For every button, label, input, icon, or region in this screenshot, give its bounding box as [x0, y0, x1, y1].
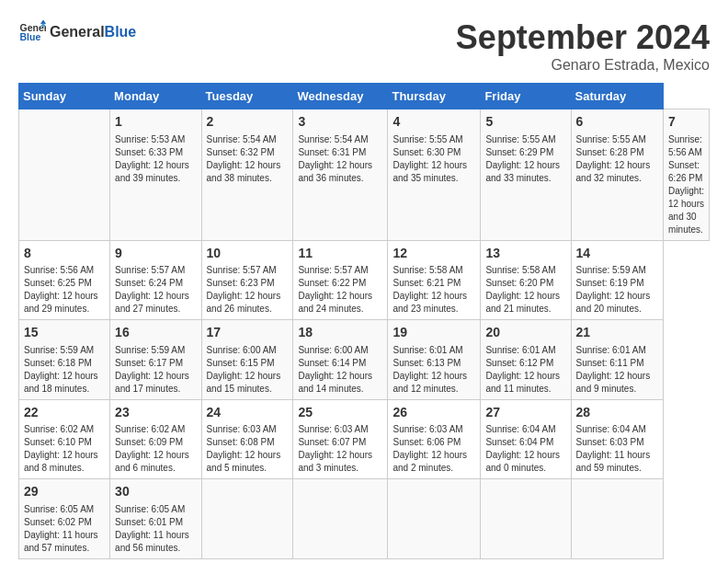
day-number: 29 — [24, 483, 105, 501]
day-cell-20: 20Sunrise: 6:01 AM Sunset: 6:12 PM Dayli… — [481, 320, 571, 400]
day-info: Sunrise: 5:59 AM Sunset: 6:18 PM Dayligh… — [24, 344, 105, 396]
day-number: 4 — [392, 113, 475, 132]
day-info: Sunrise: 5:55 AM Sunset: 6:29 PM Dayligh… — [485, 133, 565, 185]
day-number: 7 — [668, 113, 704, 132]
day-number: 19 — [392, 324, 475, 342]
empty-cell — [388, 479, 481, 559]
day-info: Sunrise: 6:05 AM Sunset: 6:01 PM Dayligh… — [115, 503, 196, 555]
day-number: 17 — [207, 324, 289, 342]
day-number: 24 — [207, 404, 289, 422]
page-header: General Blue GeneralBlue September 2024 … — [18, 18, 710, 74]
title-block: September 2024 Genaro Estrada, Mexico — [456, 18, 710, 74]
empty-cell — [481, 479, 571, 559]
day-cell-2: 2Sunrise: 5:54 AM Sunset: 6:32 PM Daylig… — [201, 109, 293, 241]
day-info: Sunrise: 6:01 AM Sunset: 6:13 PM Dayligh… — [392, 344, 475, 396]
day-info: Sunrise: 6:02 AM Sunset: 6:10 PM Dayligh… — [24, 423, 105, 475]
week-row-1: 8Sunrise: 5:56 AM Sunset: 6:25 PM Daylig… — [19, 240, 710, 320]
day-info: Sunrise: 6:00 AM Sunset: 6:15 PM Dayligh… — [207, 344, 289, 396]
logo-icon: General Blue — [18, 18, 46, 46]
day-number: 26 — [392, 404, 475, 422]
day-cell-30: 30Sunrise: 6:05 AM Sunset: 6:01 PM Dayli… — [110, 479, 201, 559]
day-cell-7: 7Sunrise: 5:56 AM Sunset: 6:26 PM Daylig… — [664, 109, 710, 241]
day-number: 13 — [485, 245, 565, 263]
day-cell-25: 25Sunrise: 6:03 AM Sunset: 6:07 PM Dayli… — [293, 399, 388, 479]
day-info: Sunrise: 6:01 AM Sunset: 6:12 PM Dayligh… — [485, 344, 565, 396]
day-number: 25 — [298, 404, 382, 422]
day-cell-22: 22Sunrise: 6:02 AM Sunset: 6:10 PM Dayli… — [19, 399, 110, 479]
day-cell-18: 18Sunrise: 6:00 AM Sunset: 6:14 PM Dayli… — [293, 320, 388, 400]
day-cell-28: 28Sunrise: 6:04 AM Sunset: 6:03 PM Dayli… — [571, 399, 663, 479]
day-info: Sunrise: 6:00 AM Sunset: 6:14 PM Dayligh… — [298, 344, 382, 396]
day-header-tuesday: Tuesday — [201, 84, 293, 109]
day-info: Sunrise: 6:05 AM Sunset: 6:02 PM Dayligh… — [24, 503, 105, 555]
day-cell-14: 14Sunrise: 5:59 AM Sunset: 6:19 PM Dayli… — [571, 240, 663, 320]
day-header-sunday: Sunday — [19, 84, 110, 109]
day-header-thursday: Thursday — [388, 84, 481, 109]
day-info: Sunrise: 5:53 AM Sunset: 6:33 PM Dayligh… — [115, 133, 196, 185]
day-cell-10: 10Sunrise: 5:57 AM Sunset: 6:23 PM Dayli… — [201, 240, 293, 320]
day-number: 8 — [24, 245, 105, 263]
logo-text: GeneralBlue — [50, 24, 136, 40]
day-number: 28 — [576, 404, 658, 422]
day-info: Sunrise: 6:04 AM Sunset: 6:03 PM Dayligh… — [576, 423, 658, 475]
empty-cell — [201, 479, 293, 559]
day-cell-12: 12Sunrise: 5:58 AM Sunset: 6:21 PM Dayli… — [388, 240, 481, 320]
day-number: 22 — [24, 404, 105, 422]
day-cell-21: 21Sunrise: 6:01 AM Sunset: 6:11 PM Dayli… — [571, 320, 663, 400]
day-number: 21 — [576, 324, 658, 342]
day-info: Sunrise: 5:57 AM Sunset: 6:23 PM Dayligh… — [207, 264, 289, 316]
empty-cell — [19, 109, 110, 241]
day-header-friday: Friday — [481, 84, 571, 109]
day-cell-6: 6Sunrise: 5:55 AM Sunset: 6:28 PM Daylig… — [571, 109, 663, 241]
day-cell-23: 23Sunrise: 6:02 AM Sunset: 6:09 PM Dayli… — [110, 399, 201, 479]
day-cell-11: 11Sunrise: 5:57 AM Sunset: 6:22 PM Dayli… — [293, 240, 388, 320]
week-row-3: 22Sunrise: 6:02 AM Sunset: 6:10 PM Dayli… — [19, 399, 710, 479]
day-number: 1 — [115, 113, 196, 132]
day-number: 3 — [298, 113, 382, 132]
day-cell-27: 27Sunrise: 6:04 AM Sunset: 6:04 PM Dayli… — [481, 399, 571, 479]
day-info: Sunrise: 6:01 AM Sunset: 6:11 PM Dayligh… — [576, 344, 658, 396]
day-cell-5: 5Sunrise: 5:55 AM Sunset: 6:29 PM Daylig… — [481, 109, 571, 241]
day-number: 9 — [115, 245, 196, 263]
day-cell-4: 4Sunrise: 5:55 AM Sunset: 6:30 PM Daylig… — [388, 109, 481, 241]
day-number: 14 — [576, 245, 658, 263]
day-info: Sunrise: 6:04 AM Sunset: 6:04 PM Dayligh… — [485, 423, 565, 475]
day-info: Sunrise: 5:59 AM Sunset: 6:17 PM Dayligh… — [115, 344, 196, 396]
day-cell-3: 3Sunrise: 5:54 AM Sunset: 6:31 PM Daylig… — [293, 109, 388, 241]
day-info: Sunrise: 5:57 AM Sunset: 6:22 PM Dayligh… — [298, 264, 382, 316]
day-info: Sunrise: 5:58 AM Sunset: 6:21 PM Dayligh… — [392, 264, 475, 316]
empty-cell — [571, 479, 663, 559]
day-number: 5 — [485, 113, 565, 132]
week-row-2: 15Sunrise: 5:59 AM Sunset: 6:18 PM Dayli… — [19, 320, 710, 400]
day-number: 18 — [298, 324, 382, 342]
day-cell-29: 29Sunrise: 6:05 AM Sunset: 6:02 PM Dayli… — [19, 479, 110, 559]
day-cell-8: 8Sunrise: 5:56 AM Sunset: 6:25 PM Daylig… — [19, 240, 110, 320]
calendar-header: SundayMondayTuesdayWednesdayThursdayFrid… — [19, 84, 710, 109]
day-number: 12 — [392, 245, 475, 263]
day-number: 30 — [115, 483, 196, 501]
day-info: Sunrise: 5:59 AM Sunset: 6:19 PM Dayligh… — [576, 264, 658, 316]
day-header-saturday: Saturday — [571, 84, 663, 109]
location-subtitle: Genaro Estrada, Mexico — [456, 57, 710, 74]
day-number: 23 — [115, 404, 196, 422]
week-row-4: 29Sunrise: 6:05 AM Sunset: 6:02 PM Dayli… — [19, 479, 710, 559]
day-number: 15 — [24, 324, 105, 342]
day-info: Sunrise: 6:03 AM Sunset: 6:07 PM Dayligh… — [298, 423, 382, 475]
day-info: Sunrise: 5:56 AM Sunset: 6:25 PM Dayligh… — [24, 264, 105, 316]
day-cell-16: 16Sunrise: 5:59 AM Sunset: 6:17 PM Dayli… — [110, 320, 201, 400]
day-info: Sunrise: 6:03 AM Sunset: 6:08 PM Dayligh… — [207, 423, 289, 475]
day-info: Sunrise: 6:02 AM Sunset: 6:09 PM Dayligh… — [115, 423, 196, 475]
logo: General Blue GeneralBlue — [18, 18, 136, 46]
day-info: Sunrise: 5:56 AM Sunset: 6:26 PM Dayligh… — [668, 133, 704, 236]
calendar-table: SundayMondayTuesdayWednesdayThursdayFrid… — [18, 83, 710, 559]
day-cell-1: 1Sunrise: 5:53 AM Sunset: 6:33 PM Daylig… — [110, 109, 201, 241]
day-cell-9: 9Sunrise: 5:57 AM Sunset: 6:24 PM Daylig… — [110, 240, 201, 320]
day-number: 16 — [115, 324, 196, 342]
day-info: Sunrise: 6:03 AM Sunset: 6:06 PM Dayligh… — [392, 423, 475, 475]
day-info: Sunrise: 5:54 AM Sunset: 6:32 PM Dayligh… — [207, 133, 289, 185]
day-cell-19: 19Sunrise: 6:01 AM Sunset: 6:13 PM Dayli… — [388, 320, 481, 400]
week-row-0: 1Sunrise: 5:53 AM Sunset: 6:33 PM Daylig… — [19, 109, 710, 241]
day-info: Sunrise: 5:58 AM Sunset: 6:20 PM Dayligh… — [485, 264, 565, 316]
day-cell-17: 17Sunrise: 6:00 AM Sunset: 6:15 PM Dayli… — [201, 320, 293, 400]
day-info: Sunrise: 5:55 AM Sunset: 6:28 PM Dayligh… — [576, 133, 658, 185]
